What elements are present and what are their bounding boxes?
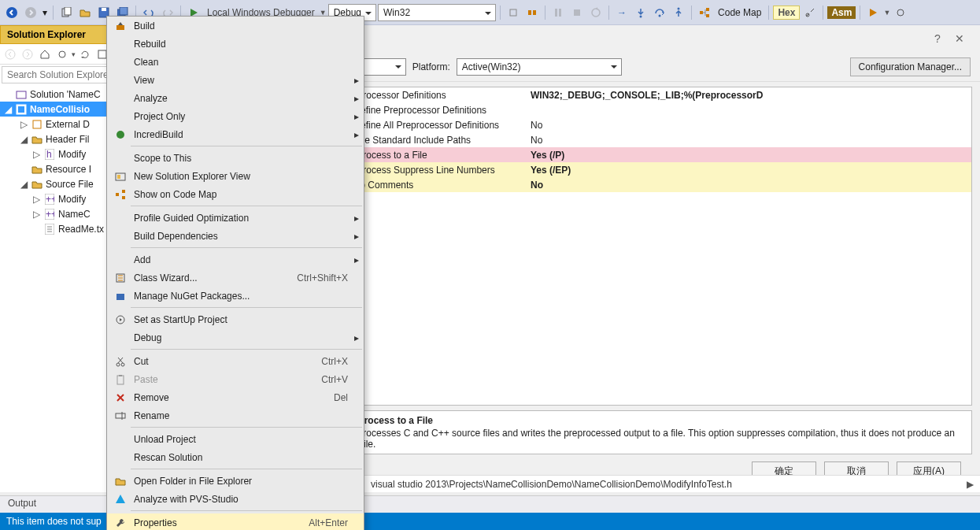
prop-key: Undefine Preprocessor Definitions [337, 105, 527, 116]
open-button[interactable] [76, 4, 94, 21]
folder-icon [31, 163, 43, 176]
ctx-label: Rescan Solution [131, 452, 357, 463]
ctx-label: Analyze [131, 93, 357, 104]
se-sync-button[interactable] [54, 46, 70, 62]
ctx-manage-nuget-packages-[interactable]: Manage NuGet Packages... [107, 287, 364, 305]
txt-file-icon [43, 223, 56, 235]
prop-row[interactable]: Preprocess to a FileYes (/P) [337, 147, 971, 162]
prop-row[interactable]: Preprocess Suppress Line NumbersYes (/EP… [337, 162, 971, 177]
config-manager-label: Configuration Manager... [859, 61, 962, 72]
prop-value[interactable]: No [527, 135, 971, 146]
prop-row[interactable]: Preprocessor DefinitionsWIN32;_DEBUG;_CO… [337, 87, 971, 102]
tool-misc-1[interactable] [801, 4, 819, 21]
svg-rect-5 [102, 8, 106, 11]
step-tool-1[interactable]: → [613, 4, 631, 21]
nav-back-button[interactable] [3, 4, 20, 21]
newview-icon [110, 171, 131, 182]
ctx-properties[interactable]: PropertiesAlt+Enter [107, 513, 364, 530]
svg-text:++: ++ [46, 209, 54, 220]
codemap-icon [110, 189, 131, 200]
asm-button[interactable]: Asm [827, 6, 856, 19]
tree-modify-h-label: Modify [58, 149, 86, 160]
run-button[interactable] [864, 4, 882, 21]
submenu-arrow-icon: ▸ [354, 129, 359, 140]
ctx-unload-project[interactable]: Unload Project [107, 430, 364, 448]
debugger-dropdown-icon[interactable]: ▼ [320, 9, 327, 17]
ctx-rename[interactable]: Rename [107, 406, 364, 424]
ctx-build-dependencies[interactable]: Build Dependencies▸ [107, 227, 364, 245]
se-back-button[interactable] [2, 46, 18, 62]
se-refresh-button[interactable] [77, 46, 93, 62]
ctx-build[interactable]: Build [107, 17, 364, 35]
prop-value[interactable]: Yes (/EP) [527, 165, 971, 176]
se-fwd-button[interactable] [20, 46, 35, 62]
step-into-button[interactable] [632, 4, 649, 21]
new-button[interactable] [57, 4, 75, 21]
prop-value[interactable]: No [527, 180, 971, 191]
property-grid[interactable]: Preprocessor DefinitionsWIN32;_DEBUG;_CO… [336, 87, 972, 406]
ctx-set-as-startup-project[interactable]: Set as StartUp Project [107, 310, 364, 328]
svg-point-14 [592, 9, 600, 17]
submenu-arrow-icon: ▸ [354, 231, 359, 242]
svg-rect-18 [700, 11, 703, 14]
ctx-rescan-solution[interactable]: Rescan Solution [107, 448, 364, 466]
svg-rect-9 [528, 10, 531, 15]
scroll-right-icon[interactable]: ▶ [967, 479, 974, 490]
prop-row[interactable]: Undefine Preprocessor Definitions [337, 102, 971, 117]
ctx-class-wizard-[interactable]: Class Wizard...Ctrl+Shift+X [107, 269, 364, 287]
platform-dropdown[interactable]: Active(Win32) [457, 58, 622, 76]
ctx-label: IncrediBuild [131, 129, 357, 140]
run-dropdown-icon[interactable]: ▼ [883, 9, 890, 17]
prop-row[interactable]: Keep CommentsNo [337, 177, 971, 192]
remove-icon [110, 392, 131, 403]
prop-row[interactable]: Ignore Standard Include PathsNo [337, 132, 971, 147]
ctx-open-folder-in-file-explorer[interactable]: Open Folder in File Explorer [107, 472, 364, 490]
ctx-cut[interactable]: CutCtrl+X [107, 352, 364, 370]
dialog-close-button[interactable]: ✕ [949, 32, 971, 45]
prop-value[interactable]: WIN32;_DEBUG;_CONSOLE;_LIB;%(Preprocesso… [527, 90, 971, 101]
tree-sources-label: Source File [46, 179, 94, 190]
ctx-clean[interactable]: Clean [107, 53, 364, 71]
ctx-view[interactable]: View▸ [107, 71, 364, 89]
config-manager-button[interactable]: Configuration Manager... [850, 57, 971, 76]
ctx-project-only[interactable]: Project Only▸ [107, 107, 364, 125]
stop-button[interactable] [568, 4, 586, 21]
se-home-button[interactable] [37, 46, 53, 62]
ctx-analyze-with-pvs-studio[interactable]: Analyze with PVS-Studio [107, 490, 364, 508]
ctx-new-solution-explorer-view[interactable]: New Solution Explorer View [107, 167, 364, 185]
svg-point-16 [659, 14, 661, 17]
tree-readme-label: ReadMe.tx [58, 224, 104, 235]
codemap-icon[interactable] [696, 4, 713, 21]
ctx-label: Rebuild [131, 39, 357, 50]
ctx-add[interactable]: Add▸ [107, 250, 364, 269]
ctx-analyze[interactable]: Analyze▸ [107, 89, 364, 107]
hex-button[interactable]: Hex [773, 6, 800, 20]
step-out-button[interactable] [670, 4, 687, 21]
ctx-incredibuild[interactable]: IncrediBuild▸ [107, 125, 364, 143]
prop-value[interactable]: No [527, 120, 971, 131]
restart-button[interactable] [587, 4, 605, 21]
ctx-label: Unload Project [131, 434, 357, 445]
pause-button[interactable] [549, 4, 567, 21]
ctx-rebuild[interactable]: Rebuild [107, 35, 364, 53]
step-over-button[interactable] [651, 4, 668, 21]
dialog-help-button[interactable]: ? [926, 32, 949, 45]
prop-row[interactable]: Undefine All Preprocessor DefinitionsNo [337, 117, 971, 132]
ctx-debug[interactable]: Debug▸ [107, 328, 364, 347]
submenu-arrow-icon: ▸ [354, 111, 359, 122]
ctx-show-on-code-map[interactable]: Show on Code Map [107, 185, 364, 203]
ctx-remove[interactable]: RemoveDel [107, 388, 364, 406]
ctx-profile-guided-optimization[interactable]: Profile Guided Optimization▸ [107, 209, 364, 227]
prop-desc-title: Preprocess to a File [343, 415, 965, 426]
svg-point-51 [121, 363, 124, 366]
tool-misc-2[interactable] [892, 4, 909, 21]
step-icon-2[interactable] [523, 4, 541, 21]
nav-dropdown-icon[interactable]: ▾ [41, 4, 49, 21]
codemap-label[interactable]: Code Map [715, 7, 764, 18]
platform-combo[interactable]: Win32 [378, 4, 496, 21]
ctx-scope-to-this[interactable]: Scope to This [107, 149, 364, 167]
svg-point-50 [116, 363, 120, 366]
prop-value[interactable]: Yes (/P) [527, 150, 971, 161]
step-icon-1[interactable] [505, 4, 522, 21]
nav-fwd-button[interactable] [22, 4, 39, 21]
